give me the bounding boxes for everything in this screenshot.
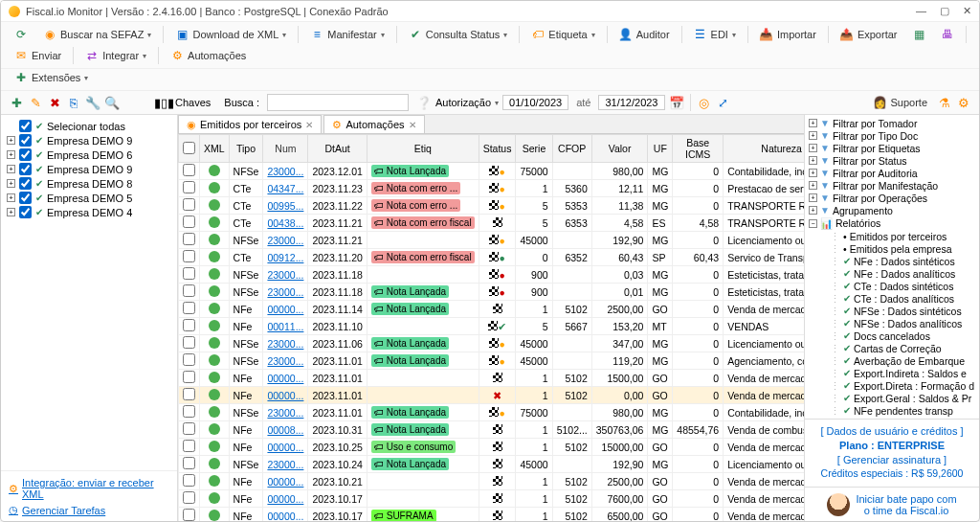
company-checkbox[interactable]: [19, 163, 32, 175]
row-checkbox[interactable]: [183, 284, 195, 297]
num-link[interactable]: 23000...: [263, 335, 308, 352]
company-checkbox[interactable]: [19, 206, 32, 218]
tab-emitidos[interactable]: ◉Emitidos por terceiros✕: [178, 115, 322, 133]
dados-usuario-link[interactable]: [ Dados de usuário e créditos ]: [820, 425, 963, 437]
table-row[interactable]: NFe00000...2023.10.17🏷 SUFRAMA151026500,…: [179, 508, 805, 523]
col-uf[interactable]: UF: [648, 135, 673, 163]
automacoes-button[interactable]: ⚙Automações: [165, 47, 252, 64]
suporte-button[interactable]: 👩Suporte: [867, 94, 933, 111]
filter-row[interactable]: +▼Filtrar por Tipo Doc: [809, 129, 975, 142]
expand-icon[interactable]: +: [809, 193, 817, 202]
etiqueta-button[interactable]: 🏷Etiqueta▾: [525, 26, 600, 43]
row-checkbox[interactable]: [183, 371, 195, 383]
buscar-sefaz-button[interactable]: ◉Buscar na SEFAZ▾: [37, 26, 157, 43]
num-link[interactable]: 00000...: [263, 439, 308, 456]
table-row[interactable]: NFe00000...2023.11.14🏷 Nota Lançada15102…: [179, 301, 805, 318]
company-row[interactable]: +✔Empresa DEMO 4: [5, 205, 173, 219]
row-checkbox[interactable]: [183, 181, 195, 193]
filter-row[interactable]: +▼Filtrar por Tomador: [809, 117, 975, 129]
table-row[interactable]: NFe00000...2023.10.17151027600,00GO0Vend…: [179, 490, 805, 508]
row-checkbox[interactable]: [183, 491, 195, 504]
company-checkbox[interactable]: [19, 134, 32, 147]
table-row[interactable]: NFSe23000...2023.11.01🏷 Nota Lançada●750…: [179, 404, 805, 421]
report-item[interactable]: ⋮✔CTe : Dados analíticos: [809, 292, 975, 305]
consulta-status-button[interactable]: ✔Consulta Status▾: [403, 26, 514, 43]
importar-button[interactable]: 📥Importar: [754, 26, 822, 43]
num-link[interactable]: 00000...: [263, 508, 308, 523]
report-item[interactable]: ⋮✔NFe : Dados sintéticos: [809, 255, 975, 267]
company-row[interactable]: +✔Empresa DEMO 9: [5, 162, 173, 176]
expand-icon[interactable]: +: [7, 193, 15, 202]
num-link[interactable]: 00000...: [263, 473, 308, 490]
col-xml[interactable]: XML: [200, 135, 230, 163]
num-link[interactable]: 23000...: [263, 404, 308, 421]
company-checkbox[interactable]: [19, 192, 32, 204]
report-item[interactable]: ⋮✔NFSe : Dados sintéticos: [809, 305, 975, 317]
filter-row[interactable]: +▼Filtrar por Status: [809, 154, 975, 167]
select-all-checkbox[interactable]: [19, 120, 32, 132]
gerenciar-assinatura-link[interactable]: [ Gerenciar assinatura ]: [837, 454, 947, 465]
report-item[interactable]: ⋮✔NFSe : Dados analíticos: [809, 317, 975, 329]
table-row[interactable]: CTe00995...2023.11.22🏷 Nota com erro ...…: [179, 197, 805, 215]
report-item[interactable]: ⋮✔Docs cancelados: [809, 329, 975, 342]
row-checkbox[interactable]: [183, 319, 195, 331]
target-icon[interactable]: ◎: [697, 95, 712, 110]
col-dtaut[interactable]: DtAut: [308, 135, 368, 163]
expand-icon[interactable]: +: [809, 169, 817, 177]
integracao-link[interactable]: ⚙Integração: enviar e receber XML: [9, 475, 169, 502]
num-link[interactable]: 00995...: [263, 197, 308, 215]
row-checkbox[interactable]: [183, 440, 195, 452]
company-checkbox[interactable]: [19, 148, 32, 161]
table-row[interactable]: NFe00000...2023.10.25🏷 Uso e consumo1510…: [179, 439, 805, 456]
tarefas-link[interactable]: ◷Gerenciar Tarefas: [9, 502, 169, 518]
table-row[interactable]: NFe00000...2023.11.01151021500,00GO0Vend…: [179, 370, 805, 387]
tool-icon[interactable]: 🔧: [85, 95, 100, 110]
report-item[interactable]: ⋮✔NFe pendentes transp: [809, 404, 975, 417]
extensoes-button[interactable]: ✚Extensões▾: [9, 69, 94, 86]
report-item[interactable]: ⋮✔Averbação de Embarque: [809, 354, 975, 367]
exportar-button[interactable]: 📤Exportar: [835, 26, 903, 43]
num-link[interactable]: 23000...: [263, 163, 308, 180]
num-link[interactable]: 00000...: [263, 387, 308, 404]
table-row[interactable]: CTe00438...2023.11.21🏷 Nota com erro fis…: [179, 215, 805, 232]
col-serie[interactable]: Serie: [516, 135, 552, 163]
expand-icon[interactable]: +: [809, 181, 817, 190]
edit-icon[interactable]: ✎: [28, 95, 43, 110]
num-link[interactable]: 00008...: [263, 421, 308, 439]
report-item[interactable]: ⋮✔Cartas de Correção: [809, 342, 975, 354]
export-excel-icon[interactable]: ▦: [906, 26, 931, 43]
gear-icon[interactable]: ⚙: [956, 95, 971, 110]
integrar-button[interactable]: ⇄Integrar▾: [79, 47, 152, 64]
col-base[interactable]: Base ICMS: [673, 135, 724, 163]
row-checkbox[interactable]: [183, 474, 195, 487]
num-link[interactable]: 00912...: [263, 249, 308, 266]
expand-icon[interactable]: +: [7, 150, 15, 159]
expand-icon[interactable]: +: [809, 144, 817, 152]
expand-icon[interactable]: +: [809, 119, 817, 127]
search-icon[interactable]: 🔍: [104, 95, 120, 110]
expand-icon[interactable]: +: [809, 156, 817, 165]
row-checkbox[interactable]: [183, 457, 195, 469]
num-link[interactable]: 00000...: [263, 490, 308, 508]
num-link[interactable]: 23000...: [263, 266, 308, 284]
report-item[interactable]: ⋮✔NFe : Dados analíticos: [809, 267, 975, 280]
num-link[interactable]: 00000...: [263, 301, 308, 318]
row-checkbox[interactable]: [183, 509, 195, 521]
table-row[interactable]: NFSe23000...2023.11.18●9000,03MG0Estetic…: [179, 266, 805, 284]
report-item[interactable]: ⋮•Emitidos por terceiros: [809, 230, 975, 242]
row-checkbox[interactable]: [183, 405, 195, 418]
calendar-icon[interactable]: 📅: [669, 95, 684, 110]
num-link[interactable]: 23000...: [263, 284, 308, 301]
row-checkbox[interactable]: [183, 250, 195, 262]
autorizacao-label[interactable]: Autorização: [435, 97, 491, 108]
expand-icon[interactable]: +: [7, 179, 15, 188]
chat-prompt[interactable]: Iniciar bate papo como time da Fiscal.io: [805, 487, 979, 522]
collapse-icon[interactable]: −: [809, 219, 817, 228]
expand-icon[interactable]: +: [7, 165, 15, 173]
company-row[interactable]: +✔Empresa DEMO 8: [5, 176, 173, 191]
table-row[interactable]: NFSe23000...2023.11.21●45000192,90MG0Lic…: [179, 232, 805, 249]
table-row[interactable]: NFSe23000...2023.11.01🏷 Nota Lançada●450…: [179, 352, 805, 370]
expand-icon[interactable]: +: [809, 206, 817, 215]
num-link[interactable]: 00438...: [263, 215, 308, 232]
help-icon[interactable]: ❔: [416, 95, 432, 110]
